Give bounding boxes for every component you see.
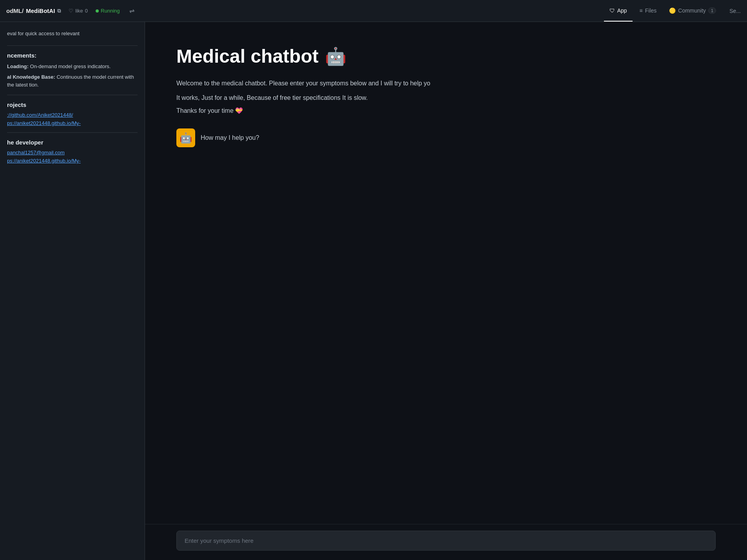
tab-files-label: Files [645,7,657,14]
tab-app-label: App [617,7,627,14]
tab-community[interactable]: 🟡 Community 1 [664,0,722,22]
like-count: 0 [85,8,88,14]
chat-description: Welcome to the medical chatbot. Please e… [176,78,490,89]
chat-title: Medical chatbot 🤖 [176,45,716,67]
divider-3 [7,132,138,133]
chat-input-bar [145,524,747,560]
settings-label[interactable]: Se... [729,8,741,14]
nav-tabs: 🛡 App ≡ Files 🟡 Community 1 [604,0,722,22]
loading-text: On-demand model gress indicators. [30,63,111,69]
sidebar-section-projects: rojects ://github.com/Aniket2021448/ ps:… [7,101,138,126]
bot-message-text: How may I help you? [201,134,259,141]
sidebar-section-announcements: ncements: Loading: On-demand model gress… [7,52,138,89]
sidebar-section-developer: he developer panchal1257@gmail.com ps://… [7,139,138,164]
like-button[interactable]: ♡ like 0 [69,8,88,14]
repo-name[interactable]: MediBotAI [26,7,55,14]
files-icon: ≡ [640,7,643,14]
tab-files[interactable]: ≡ Files [634,0,662,22]
chat-container: Medical chatbot 🤖 Welcome to the medical… [145,22,747,524]
running-status: Running [96,8,120,14]
content-area: Medical chatbot 🤖 Welcome to the medical… [145,22,747,560]
nav-brand: odML/MediBotAI ⧉ [6,7,61,14]
org-name: odML/ [6,7,24,14]
like-label: like [75,8,83,14]
portfolio-link-1[interactable]: ps://aniket2021448.github.io/My- [7,120,138,126]
copy-icon[interactable]: ⧉ [57,8,61,14]
tab-community-label: Community [678,7,706,14]
github-link[interactable]: ://github.com/Aniket2021448/ [7,112,138,118]
app-icon: 🛡 [609,7,615,14]
community-badge: 1 [708,7,716,14]
symptoms-input[interactable] [176,531,716,551]
portfolio-link-2[interactable]: ps://aniket2021448.github.io/My- [7,158,138,164]
heart-icon: ♡ [69,8,73,14]
chat-slow-note: It works, Just for a while, Because of f… [176,92,716,103]
loading-label: Loading: [7,63,29,69]
chat-thanks: Thanks for your time 💝 [176,107,716,114]
divider-1 [7,45,138,46]
status-text: Running [101,8,120,14]
knowledge-item: al Knowledge Base: Continuous the model … [7,73,138,89]
knowledge-label: al Knowledge Base: [7,74,55,80]
status-dot [96,9,99,13]
bot-message: 🤖 How may I help you? [176,128,716,147]
loading-item: Loading: On-demand model gress indicator… [7,63,138,70]
bot-avatar: 🤖 [176,128,195,147]
divider-2 [7,95,138,95]
projects-title: rojects [7,101,138,108]
main-layout: eval for quick access to relevant ncemen… [0,22,747,560]
community-icon: 🟡 [669,7,676,14]
email-link[interactable]: panchal1257@gmail.com [7,150,138,155]
announcements-title: ncements: [7,52,138,59]
robot-emoji: 🤖 [325,46,346,67]
developer-title: he developer [7,139,138,146]
tab-app[interactable]: 🛡 App [604,0,633,22]
queue-icon[interactable]: ⇌ [128,5,136,16]
sidebar: eval for quick access to relevant ncemen… [0,22,145,560]
chat-title-text: Medical chatbot [176,45,319,67]
sidebar-description: eval for quick access to relevant [7,30,138,38]
bot-avatar-emoji: 🤖 [179,132,192,144]
top-navigation: odML/MediBotAI ⧉ ♡ like 0 Running ⇌ 🛡 Ap… [0,0,747,22]
